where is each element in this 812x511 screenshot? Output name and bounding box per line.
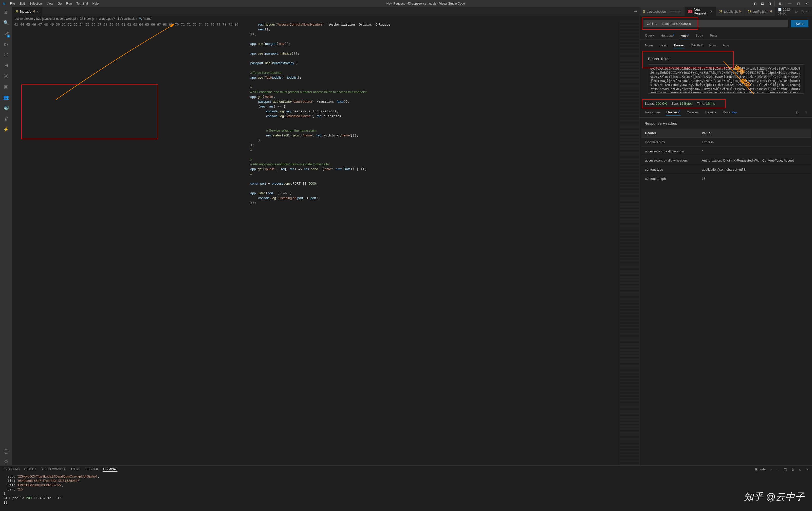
layout-right-icon[interactable]: ◨	[766, 1, 773, 6]
window-title: New Request - 43-appservice-nodejs - Vis…	[100, 2, 751, 5]
layout-left-icon[interactable]: ◧	[752, 1, 758, 6]
split-editor-icon[interactable]: ◫	[801, 10, 804, 14]
minimize-icon[interactable]: —	[786, 1, 793, 6]
close-window-icon[interactable]: ✕	[803, 1, 810, 6]
resp-tab-results[interactable]: Results	[705, 109, 717, 115]
table-header: Value	[698, 129, 811, 138]
tab-new-request[interactable]: TC New Request ✕	[685, 7, 716, 16]
request-section-tabs: QueryHeaders2Auth1BodyTests	[640, 31, 812, 40]
resp-tab-docs[interactable]: Docs New	[722, 109, 738, 115]
run-icon[interactable]: ▷	[795, 10, 798, 14]
auth-type-basic[interactable]: Basic	[659, 42, 668, 49]
panel-tab-terminal[interactable]: TERMINAL	[103, 467, 117, 472]
panel-tab-jupyter[interactable]: JUPYTER	[85, 467, 98, 472]
editor[interactable]: 43 44 45 46 47 48 49 50 51 52 53 54 55 5…	[12, 22, 640, 465]
bearer-token-input[interactable]: eyJ0eXAiOiJKV1QiLCJhbGciOiJSUzI1NiIsImtp…	[648, 64, 804, 93]
explorer-icon[interactable]: 🗎	[3, 9, 10, 16]
run-debug-icon[interactable]: ▷	[3, 41, 10, 48]
panel-tab-debug-console[interactable]: DEBUG CONSOLE	[41, 467, 66, 472]
menu-view[interactable]: View	[45, 2, 55, 5]
thunder-icon[interactable]: ⚡	[3, 126, 10, 133]
menu-go[interactable]: Go	[56, 2, 64, 5]
table-row: access-control-allow-origin*	[641, 146, 811, 156]
maximize-icon[interactable]: ▢	[795, 1, 802, 6]
resp-tab-response[interactable]: Response	[644, 109, 661, 115]
more-actions-icon[interactable]: ⋯	[634, 10, 637, 14]
req-tab-auth[interactable]: Auth1	[680, 31, 690, 39]
layout-customize-icon[interactable]: ⊞	[777, 1, 784, 6]
table-header: Header	[641, 129, 698, 138]
close-panel-icon[interactable]: ✕	[806, 467, 808, 472]
editor-tabs-right: {} package.json ...\wwwrootTC New Reques…	[640, 7, 812, 16]
extensions-icon[interactable]: ⊞	[3, 62, 10, 69]
kill-terminal-icon[interactable]: 🗑	[791, 467, 794, 472]
terminal-dropdown-icon[interactable]: ⌄	[777, 467, 779, 472]
table-row: content-length16	[641, 174, 811, 183]
braces-icon[interactable]: {}	[796, 109, 799, 115]
terminal-output[interactable]: sub: '2ZHgvvGZlYYqs8LudaZ4DspdQpwQrzvixp…	[0, 473, 812, 511]
auth-type-bearer[interactable]: Bearer	[674, 42, 685, 49]
table-row: content-typeapplication/json; charset=ut…	[641, 165, 811, 174]
url-input[interactable]	[660, 20, 788, 27]
minimap[interactable]	[619, 22, 640, 465]
search-icon[interactable]: 🔍	[3, 19, 10, 26]
close-icon[interactable]: ✕	[36, 10, 39, 14]
new-terminal-icon[interactable]: +	[770, 467, 772, 472]
split-terminal-icon[interactable]: ◫	[784, 467, 787, 472]
menu-icon[interactable]: ≡	[804, 109, 807, 115]
request-row: GET Send	[640, 16, 812, 31]
table-row: access-control-allow-headersAuthorizatio…	[641, 156, 811, 165]
source-control-icon[interactable]: ⎇7	[3, 30, 10, 37]
settings-gear-icon[interactable]: ⚙	[3, 458, 10, 465]
maximize-panel-icon[interactable]: ∧	[799, 467, 801, 472]
menu-run[interactable]: Run	[64, 2, 74, 5]
auth-type-oauth2[interactable]: OAuth 2	[690, 42, 703, 49]
response-headers-table: Header Value x-powered-byExpressaccess-c…	[641, 129, 811, 183]
azure-icon[interactable]: Ⓐ	[3, 73, 10, 80]
auth-type-none[interactable]: None	[644, 42, 654, 49]
bearer-section: Bearer Token eyJ0eXAiOiJKV1QiLCJhbGciOiJ…	[644, 53, 807, 97]
breadcrumb-item[interactable]: ⚙ app.get('/hello') callback	[98, 17, 135, 21]
req-tab-query[interactable]: Query	[644, 31, 655, 39]
console-icon[interactable]: ▣	[3, 83, 10, 90]
menu-edit[interactable]: Edit	[18, 2, 27, 5]
tab-config-json[interactable]: JS config.json M	[745, 7, 775, 16]
req-tab-headers[interactable]: Headers2	[660, 31, 675, 39]
http-method-select[interactable]: GET	[643, 20, 660, 27]
breadcrumb[interactable]: active-directory-b2c-javascript-nodejs-w…	[12, 16, 640, 22]
account-icon[interactable]: ◯	[3, 448, 10, 455]
panel-tab-problems[interactable]: PROBLEMS	[4, 467, 20, 472]
editor-group-right: {} package.json ...\wwwrootTC New Reques…	[640, 7, 812, 465]
teams-icon[interactable]: 👥	[3, 94, 10, 101]
panel-tab-output[interactable]: OUTPUT	[24, 467, 36, 472]
vscode-logo-icon: ⧉	[0, 2, 8, 5]
auth-type-aws[interactable]: Aws	[722, 42, 729, 49]
menu-terminal[interactable]: Terminal	[74, 2, 90, 5]
remote-icon[interactable]: 🖵	[3, 51, 10, 58]
tab-package-json[interactable]: {} package.json ...\wwwroot	[640, 7, 685, 16]
req-tab-body[interactable]: Body	[695, 31, 703, 39]
tab-index-js[interactable]: JS index.js M ✕	[12, 7, 42, 16]
editor-tabs-left: JS index.js M ✕ ⋯	[12, 7, 640, 16]
send-button[interactable]: Send	[791, 20, 808, 27]
menu-selection[interactable]: Selection	[27, 2, 44, 5]
tab-todolist-js[interactable]: JS todolist.js M	[716, 7, 745, 16]
terminal-select[interactable]: ▣ node	[755, 467, 765, 472]
bearer-heading: Bearer Token	[648, 57, 804, 61]
resp-tab-headers[interactable]: Headers8	[666, 109, 681, 115]
more-actions-icon[interactable]: ⋯	[806, 10, 809, 14]
menu-help[interactable]: Help	[90, 2, 101, 5]
gitlens-icon[interactable]: 𝓖	[3, 115, 10, 122]
menu-file[interactable]: File	[8, 2, 17, 5]
layout-bottom-icon[interactable]: ⬓	[759, 1, 766, 6]
panel-tab-azure[interactable]: AZURE	[70, 467, 80, 472]
auth-type-ntlm[interactable]: Ntlm	[709, 42, 717, 49]
docker-icon[interactable]: 🐳	[3, 105, 10, 112]
breadcrumb-item[interactable]: active-directory-b2c-javascript-nodejs-w…	[15, 17, 76, 21]
breadcrumb-item[interactable]: JS index.js	[80, 17, 94, 21]
resp-tab-cookies[interactable]: Cookies	[686, 109, 699, 115]
close-icon[interactable]: ✕	[710, 10, 713, 14]
tab-date: 📄 2022-01-20	[778, 8, 793, 15]
req-tab-tests[interactable]: Tests	[709, 31, 718, 39]
breadcrumb-item[interactable]: 🔧 'name'	[139, 17, 152, 21]
